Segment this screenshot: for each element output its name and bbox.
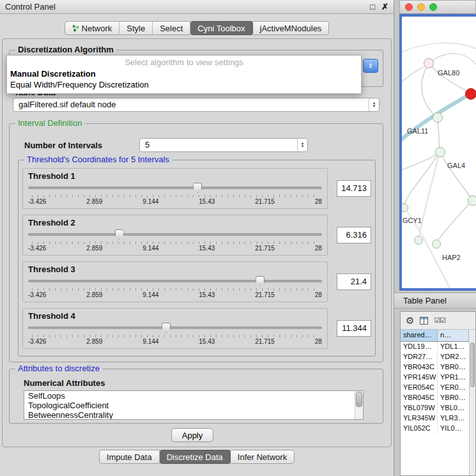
combobox-stepper-icon[interactable]: ▲▼	[369, 98, 379, 111]
table-panel-header[interactable]: Table Panel	[394, 293, 476, 309]
tab-cyni-toolbox[interactable]: Cyni Toolbox	[190, 21, 252, 35]
list-scrollbar[interactable]	[355, 391, 363, 419]
slider-thumb[interactable]	[256, 276, 265, 286]
slider-thumb[interactable]	[162, 323, 171, 333]
network-node[interactable]	[435, 147, 445, 157]
threshold-value-field[interactable]: 21.4	[337, 273, 371, 290]
network-node[interactable]	[424, 58, 434, 68]
combobox-value: 5	[140, 139, 297, 151]
attributes-group: Attributes to discretize Numerical Attri…	[9, 369, 383, 424]
minimize-traffic-light-icon[interactable]	[417, 3, 425, 11]
table-cell: YLR345W	[401, 413, 438, 424]
table-scrollbar[interactable]	[469, 342, 475, 475]
threshold-panel: Threshold 3 -3.4262.8599.14415.4321.7152…	[22, 261, 328, 302]
slider-thumb[interactable]	[115, 229, 124, 240]
float-window-icon[interactable]: □	[370, 2, 375, 12]
table-body: YDL19…YDL1…YDR27…YDR2…YBR043CYBR0…YPR145…	[401, 342, 469, 475]
tab-label: jActiveMNodules	[260, 24, 322, 33]
network-node[interactable]	[433, 112, 443, 123]
network-node[interactable]	[465, 88, 476, 100]
tab-impute-data[interactable]: Impute Data	[99, 450, 160, 464]
table-data-combobox[interactable]: galFiltered.sif default node ▲▼	[13, 98, 380, 112]
slider-scale-label: 15.43	[199, 245, 215, 252]
threshold-slider[interactable]	[28, 322, 322, 334]
attribute-list-item[interactable]: SelfLoops	[24, 391, 363, 401]
table-cell: YDL19…	[401, 342, 438, 352]
tab-discretize-data[interactable]: Discretize Data	[160, 450, 231, 464]
slider-tick-marks	[32, 195, 318, 197]
tab-label: Network	[82, 24, 112, 33]
settings-gear-icon[interactable]: ⚙	[406, 316, 414, 325]
table-cell: YIL0…	[438, 424, 469, 434]
network-canvas[interactable]: GAL80GAL11GAL4GCY1HAP2	[399, 14, 476, 291]
attribute-list-item[interactable]: TopologicalCoefficient	[24, 401, 363, 410]
table-row[interactable]: YLR345WYLR3…	[401, 413, 469, 424]
table-row[interactable]: YBL079WYBL0…	[401, 403, 469, 413]
threshold-slider[interactable]	[28, 229, 322, 240]
table-row[interactable]: YDL19…YDL1…	[401, 342, 469, 352]
threshold-slider[interactable]	[28, 275, 322, 287]
threshold-label: Threshold 4	[28, 311, 75, 321]
slider-scale-label: 21.715	[255, 338, 275, 345]
threshold-row: Threshold 4 -3.4262.8599.14415.4321.7152…	[22, 308, 371, 349]
table-cell: YLR3…	[438, 413, 469, 424]
close-window-icon[interactable]: ✗	[381, 2, 388, 12]
table-cell: YIL052C	[401, 424, 438, 434]
tab-style[interactable]: Style	[119, 21, 153, 35]
control-panel-titlebar[interactable]: Control Panel □ ✗	[0, 0, 394, 14]
slider-scale: -3.4262.8599.14415.4321.71528	[28, 338, 322, 345]
table-row[interactable]: YDR27…YDR2…	[401, 352, 469, 362]
dropdown-item-manual-discretization[interactable]: Manual Discretization	[7, 68, 361, 79]
network-window-titlebar[interactable]	[399, 0, 476, 14]
threshold-slider[interactable]	[28, 182, 322, 194]
threshold-value-field[interactable]: 14.713	[337, 180, 371, 197]
threshold-label: Threshold 3	[28, 265, 75, 274]
slider-scale-label: 2.859	[86, 291, 102, 298]
column-header-shared[interactable]: shared…	[401, 330, 438, 341]
slider-track[interactable]	[28, 280, 322, 282]
slider-thumb[interactable]	[193, 183, 202, 193]
scrollbar-thumb[interactable]	[356, 392, 362, 407]
numerical-attributes-list[interactable]: SelfLoopsTopologicalCoefficientBetweenne…	[24, 390, 364, 420]
table-cell: YBR0…	[438, 362, 469, 372]
slider-scale-label: 28	[315, 198, 322, 205]
threshold-value-field[interactable]: 11.344	[337, 320, 371, 337]
network-node-label: GCY1	[403, 217, 422, 224]
slider-scale-label: 21.715	[255, 291, 275, 298]
table-cell: YER0…	[438, 383, 469, 393]
dropdown-item-equal-width-frequency[interactable]: Equal Width/Frequency Discretization	[7, 79, 361, 90]
column-header-name[interactable]: n…	[438, 330, 469, 341]
select-checkboxes-icon[interactable]: ☑☑	[434, 316, 445, 325]
algorithm-dropdown-popup: Select algorithm to view settings Manual…	[6, 55, 362, 94]
table-cell: YBL079W	[401, 403, 438, 413]
network-node[interactable]	[414, 236, 423, 245]
table-row[interactable]: YBR045CYBR0…	[401, 393, 469, 403]
threshold-row: Threshold 2 -3.4262.8599.14415.4321.7152…	[22, 215, 371, 256]
attribute-list-item[interactable]: BetweennessCentrality	[24, 410, 363, 420]
tab-jactivemnodules[interactable]: jActiveMNodules	[253, 21, 330, 35]
close-traffic-light-icon[interactable]	[405, 3, 413, 11]
tab-select[interactable]: Select	[153, 21, 190, 35]
threshold-value-field[interactable]: 6.316	[337, 227, 371, 243]
tab-infer-network[interactable]: Infer Network	[231, 450, 295, 464]
algorithm-combobox-stepper[interactable]: ▲ ▼	[363, 59, 378, 73]
column-selector-icon[interactable]	[420, 317, 428, 325]
slider-track[interactable]	[28, 187, 322, 189]
scrollbar-thumb[interactable]	[470, 342, 475, 387]
tab-network[interactable]: Network	[65, 21, 120, 35]
zoom-traffic-light-icon[interactable]	[429, 3, 437, 11]
table-cell: YDR2…	[438, 352, 469, 362]
table-row[interactable]: YPR145WYPR1…	[401, 372, 469, 383]
table-row[interactable]: YIL052CYIL0…	[401, 424, 469, 434]
slider-track[interactable]	[28, 233, 322, 236]
number-of-intervals-combobox[interactable]: 5 ▲▼	[139, 138, 308, 152]
slider-track[interactable]	[28, 326, 322, 329]
combobox-stepper-icon[interactable]: ▲▼	[297, 139, 307, 151]
network-node[interactable]	[399, 203, 408, 212]
apply-button[interactable]: Apply	[171, 428, 213, 442]
network-node[interactable]	[432, 240, 441, 249]
slider-scale-label: 21.715	[255, 245, 275, 252]
table-row[interactable]: YER054CYER0…	[401, 383, 469, 393]
network-node[interactable]	[468, 196, 476, 206]
table-row[interactable]: YBR043CYBR0…	[401, 362, 469, 372]
